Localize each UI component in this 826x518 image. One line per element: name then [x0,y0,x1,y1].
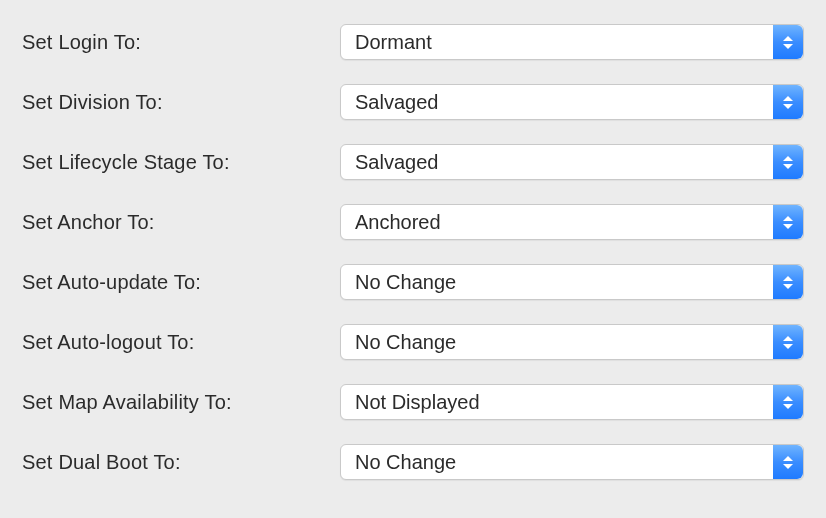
chevron-down-icon [783,344,793,349]
select-lifecycle-stage[interactable]: Salvaged [340,144,804,180]
chevron-up-icon [783,336,793,341]
label-auto-logout: Set Auto-logout To: [22,331,340,354]
select-auto-logout[interactable]: No Change [340,324,804,360]
row-division: Set Division To: Salvaged [22,84,804,120]
label-dual-boot: Set Dual Boot To: [22,451,340,474]
chevron-up-icon [783,456,793,461]
select-map-availability-value: Not Displayed [355,391,480,414]
stepper-icon [773,85,803,119]
row-map-availability: Set Map Availability To: Not Displayed [22,384,804,420]
select-auto-update-value: No Change [355,271,456,294]
row-anchor: Set Anchor To: Anchored [22,204,804,240]
select-map-availability[interactable]: Not Displayed [340,384,804,420]
chevron-down-icon [783,44,793,49]
chevron-down-icon [783,104,793,109]
row-dual-boot: Set Dual Boot To: No Change [22,444,804,480]
select-auto-logout-value: No Change [355,331,456,354]
label-anchor: Set Anchor To: [22,211,340,234]
chevron-up-icon [783,216,793,221]
select-division-value: Salvaged [355,91,438,114]
label-lifecycle-stage: Set Lifecycle Stage To: [22,151,340,174]
stepper-icon [773,385,803,419]
select-anchor[interactable]: Anchored [340,204,804,240]
stepper-icon [773,445,803,479]
chevron-up-icon [783,156,793,161]
chevron-down-icon [783,464,793,469]
chevron-up-icon [783,396,793,401]
select-login[interactable]: Dormant [340,24,804,60]
settings-form: Set Login To: Dormant Set Division To: S… [0,0,826,504]
row-auto-logout: Set Auto-logout To: No Change [22,324,804,360]
select-lifecycle-stage-value: Salvaged [355,151,438,174]
row-lifecycle-stage: Set Lifecycle Stage To: Salvaged [22,144,804,180]
label-map-availability: Set Map Availability To: [22,391,340,414]
row-login: Set Login To: Dormant [22,24,804,60]
select-login-value: Dormant [355,31,432,54]
select-division[interactable]: Salvaged [340,84,804,120]
stepper-icon [773,325,803,359]
label-login: Set Login To: [22,31,340,54]
select-auto-update[interactable]: No Change [340,264,804,300]
chevron-down-icon [783,284,793,289]
chevron-up-icon [783,36,793,41]
row-auto-update: Set Auto-update To: No Change [22,264,804,300]
select-dual-boot-value: No Change [355,451,456,474]
chevron-up-icon [783,96,793,101]
select-dual-boot[interactable]: No Change [340,444,804,480]
stepper-icon [773,205,803,239]
chevron-up-icon [783,276,793,281]
chevron-down-icon [783,224,793,229]
chevron-down-icon [783,164,793,169]
chevron-down-icon [783,404,793,409]
label-division: Set Division To: [22,91,340,114]
label-auto-update: Set Auto-update To: [22,271,340,294]
stepper-icon [773,265,803,299]
select-anchor-value: Anchored [355,211,441,234]
stepper-icon [773,25,803,59]
stepper-icon [773,145,803,179]
